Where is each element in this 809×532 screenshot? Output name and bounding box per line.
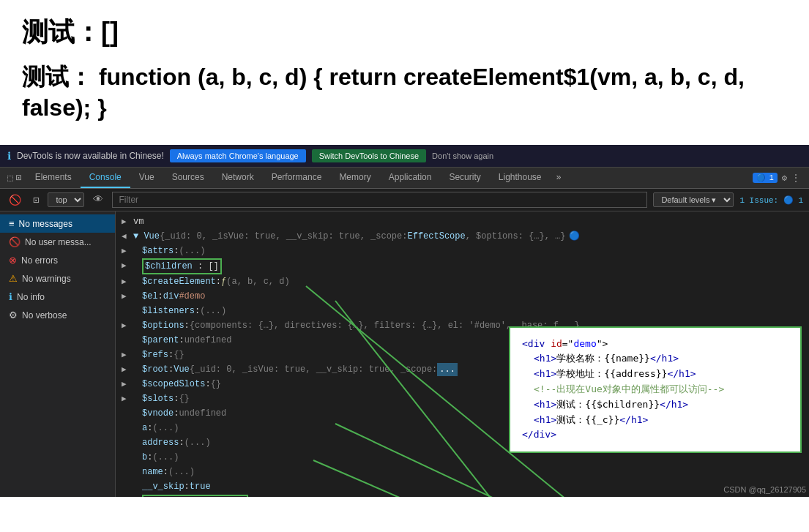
language-banner: ℹ DevTools is now available in Chinese! … — [0, 145, 809, 168]
devtools-panel: ℹ DevTools is now available in Chinese! … — [0, 145, 809, 497]
sidebar-item-no-messages[interactable]: ≡ No messages — [0, 214, 115, 233]
sidebar-item-no-user[interactable]: 🚫 No user messa... — [0, 233, 115, 251]
expand-arrow-refs[interactable]: ▶ — [122, 349, 127, 361]
tab-sources[interactable]: Sources — [163, 168, 213, 188]
dont-show-link[interactable]: Don't show again — [432, 151, 493, 160]
sidebar-item-no-errors[interactable]: ⊗ No errors — [0, 251, 115, 269]
console-line-children: ▶ $children : [] — [116, 258, 809, 274]
expand-arrow-ss[interactable]: ▶ — [122, 378, 127, 391]
console-sidebar: ≡ No messages 🚫 No user messa... ⊗ No er… — [0, 211, 116, 497]
filter-icon[interactable]: ⊡ — [30, 192, 42, 208]
expand-arrow[interactable]: ◀ — [122, 231, 127, 243]
sidebar-item-no-info[interactable]: ℹ No info — [0, 288, 115, 306]
tab-performance[interactable]: Performance — [263, 168, 331, 188]
tab-network[interactable]: Network — [213, 168, 263, 188]
tab-application[interactable]: Application — [380, 168, 441, 188]
expand-arrow-attrs[interactable]: ▶ — [122, 245, 127, 258]
console-line-attrs: ▶ $attrs : (...) — [116, 244, 809, 258]
html-line-2: <h1>学校名称：{{name}}</h1> — [522, 351, 789, 367]
sidebar-item-label: No warnings — [22, 274, 71, 284]
sidebar-item-label: No user messa... — [25, 237, 92, 247]
expand-arrow-ce[interactable]: ▶ — [122, 276, 127, 288]
sidebar-item-label: No messages — [19, 219, 72, 229]
console-output-wrapper: ▶ vm ◀ ▼ Vue {_uid: 0, _isVue: true, __v… — [116, 211, 809, 497]
console-line-vskip: __v_skip : true — [116, 479, 809, 494]
banner-text: DevTools is now available in Chinese! — [17, 151, 164, 161]
expand-arrow-root[interactable]: ▶ — [122, 364, 127, 376]
tab-console[interactable]: Console — [81, 168, 130, 188]
expand-arrow-options[interactable]: ▶ — [122, 320, 127, 332]
console-line-el: ▶ $el : div #demo — [116, 289, 809, 304]
console-line-listeners: $listeners : (...) — [116, 304, 809, 318]
notification-badge: 🔵 1 — [753, 173, 778, 183]
console-line-vm: ▶ vm — [116, 214, 809, 229]
html-line-comment: <!--出现在Vue对象中的属性都可以访问--> — [522, 382, 789, 397]
eye-icon[interactable]: 👁 — [90, 192, 106, 207]
tab-elements[interactable]: Elements — [26, 168, 81, 188]
clear-console-icon[interactable]: 🚫 — [6, 192, 24, 208]
filter-input[interactable] — [112, 192, 647, 208]
tab-bar: ⬚ ⊡ Elements Console Vue Sources Network… — [0, 168, 809, 189]
messages-icon: ≡ — [9, 218, 15, 229]
html-line-6: </div> — [522, 427, 789, 443]
sidebar-item-no-verbose[interactable]: ⚙ No verbose — [0, 306, 115, 324]
csdn-watermark: CSDN @qq_26127905 — [723, 485, 806, 494]
html-popup: <div id="demo"> <h1>学校名称：{{name}}</h1> <… — [509, 326, 802, 454]
more-options-icon[interactable]: ⋮ — [791, 173, 800, 184]
html-line-5: <h1>测试：{{_c}}</h1> — [522, 413, 789, 428]
html-line-3: <h1>学校地址：{{address}}</h1> — [522, 367, 789, 382]
filter-bar: 🚫 ⊡ top 👁 Default levels ▾ 1 Issue: 🔵 1 — [0, 189, 809, 211]
user-messages-icon: 🚫 — [9, 236, 20, 247]
c-highlight-box: _c : ƒ (a, b, c, d) — [142, 495, 248, 497]
settings-icon[interactable]: ⚙ — [782, 173, 787, 184]
expand-arrow-c[interactable]: ▶ — [122, 495, 127, 497]
errors-icon: ⊗ — [9, 255, 17, 266]
expand-arrow-slots[interactable]: ▶ — [122, 393, 127, 405]
tab-left-icons: ⬚ ⊡ — [3, 172, 26, 184]
context-dropdown[interactable]: top — [48, 192, 84, 207]
tab-memory[interactable]: Memory — [330, 168, 379, 188]
children-highlight-box: $children : [] — [142, 258, 222, 274]
right-icons: 🔵 1 ⚙ ⋮ — [753, 173, 806, 184]
switch-chinese-button[interactable]: Switch DevTools to Chinese — [312, 149, 426, 162]
console-line-name: name : (...) — [116, 465, 809, 479]
collapse-arrow[interactable]: ▶ — [122, 216, 127, 228]
html-line-4: <h1>测试：{{$children}}</h1> — [522, 397, 789, 413]
warnings-icon: ⚠ — [9, 273, 18, 284]
console-line-createelement: ▶ $createElement : ƒ (a, b, c, d) — [116, 274, 809, 289]
verbose-icon: ⚙ — [9, 310, 18, 321]
sidebar-item-label: No info — [17, 292, 45, 302]
page-content: 测试：[] 测试： function (a, b, c, d) { return… — [0, 0, 809, 145]
title2: 测试： function (a, b, c, d) { return creat… — [22, 62, 787, 123]
tab-lighthouse[interactable]: Lighthouse — [490, 168, 551, 188]
cursor-icon[interactable]: ⊡ — [16, 172, 22, 184]
sidebar-item-label: No verbose — [22, 310, 67, 321]
match-language-button[interactable]: Always match Chrome's language — [170, 149, 306, 162]
sidebar-item-no-warnings[interactable]: ⚠ No warnings — [0, 269, 115, 288]
title1: 测试：[] — [22, 15, 787, 50]
info-sidebar-icon: ℹ — [9, 291, 12, 302]
issue-badge[interactable]: 1 Issue: 🔵 1 — [739, 195, 803, 205]
more-tabs-button[interactable]: » — [551, 168, 567, 187]
tab-vue[interactable]: Vue — [130, 168, 163, 188]
inspect-icon[interactable]: ⬚ — [7, 172, 13, 184]
tab-security[interactable]: Security — [440, 168, 489, 188]
info-icon: ℹ — [7, 150, 11, 162]
sidebar-item-label: No errors — [21, 255, 58, 266]
console-main: ≡ No messages 🚫 No user messa... ⊗ No er… — [0, 211, 809, 497]
expand-arrow-children[interactable]: ▶ — [122, 260, 127, 272]
console-line-c: ▶ _c : ƒ (a, b, c, d) — [116, 494, 809, 497]
log-levels-dropdown[interactable]: Default levels ▾ — [653, 192, 734, 207]
console-line-vue: ◀ ▼ Vue {_uid: 0, _isVue: true, __v_skip… — [116, 229, 809, 244]
expand-arrow-el[interactable]: ▶ — [122, 291, 127, 303]
html-line-1: <div id="demo"> — [522, 337, 789, 352]
